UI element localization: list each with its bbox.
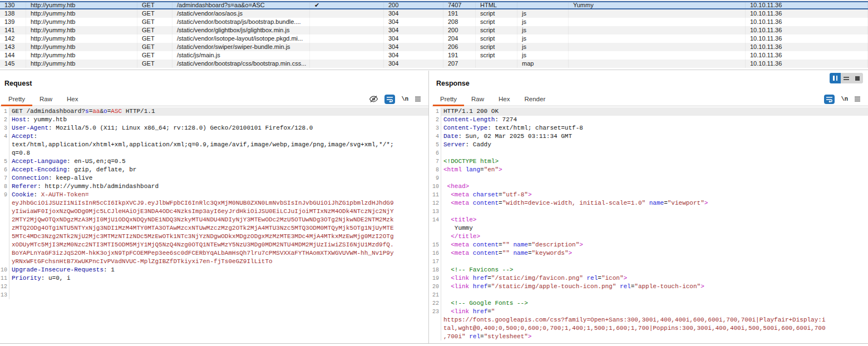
code-line: https://fonts.googleapis.com/css?family=… [432,316,868,324]
table-cell-mime: HTML [476,2,517,8]
table-cell-mime: script [476,26,517,34]
table-cell-url: /static/vendor/glightbox/js/glightbox.mi… [172,26,310,34]
code-line: 3Content-Type: text/html; charset=utf-8 [432,124,868,132]
table-cell-url: /static/vendor/isotope-layout/isotope.pk… [172,34,310,43]
code-line: 3User-Agent: Mozilla/5.0 (X11; Linux x86… [0,124,428,132]
table-cell-method: GET [137,51,172,60]
word-wrap-icon[interactable] [384,95,395,104]
tab-raw[interactable]: Raw [32,92,60,106]
menu-icon[interactable] [415,96,421,102]
line-number: 19 [432,274,441,283]
table-cell-status: 304 [384,9,443,18]
table-cell-length: 208 [443,18,476,26]
code-line: BoYAPLnYaGF3izJqS2OM-hkK3ojxN9TpFCOEMPep… [0,249,428,258]
tab-hex[interactable]: Hex [60,92,85,106]
eye-slash-icon[interactable] [369,95,378,103]
response-panel-title: Response [436,80,470,87]
code-line: 14 <title> [432,216,868,224]
code-line: 12 [0,283,428,291]
table-cell-host: http://yummy.htb [26,43,137,51]
tab-raw[interactable]: Raw [464,92,491,106]
line-number: 21 [432,291,441,299]
line-number: 3 [0,124,9,132]
nonprintable-chars-icon[interactable]: \n [401,96,408,102]
word-wrap-icon[interactable] [824,95,835,104]
line-number: 13 [0,291,9,299]
code-line: 8<html lang="en"> [432,166,868,174]
table-cell-host: http://yummy.htb [26,26,137,34]
table-cell-host: http://yummy.htb [26,34,137,43]
table-cell-num: 142 [0,34,26,43]
code-line: 1HTTP/1.1 200 OK [432,107,868,116]
nonprintable-chars-icon[interactable]: \n [841,96,848,102]
table-row[interactable]: 130http://yummy.htbGET/admindashboard?s=… [0,1,868,9]
line-number: 9 [432,174,441,182]
table-row[interactable]: 144http://yummy.htbGET/static/js/main.js… [0,51,868,60]
table-cell-params [310,60,384,68]
table-row[interactable]: 143http://yummy.htbGET/static/vendor/swi… [0,43,868,51]
table-cell-method: GET [137,26,172,34]
table-row[interactable]: 141http://yummy.htbGET/static/vendor/gli… [0,26,868,34]
table-cell-url: /static/vendor/swiper/swiper-bundle.min.… [172,43,310,51]
table-cell-status: 304 [384,26,443,34]
table-cell-num: 143 [0,43,26,51]
line-number [0,249,9,258]
layout-columns-icon[interactable] [830,73,841,83]
table-cell-title [569,43,746,51]
panel-splitter[interactable] [428,71,429,343]
code-line: 15 <meta content="" name="description"> [432,241,868,249]
line-number: 5 [0,157,9,166]
tab-hex[interactable]: Hex [491,92,517,106]
code-line: xODUyMTc5MjI3MzM0Nzc2NTI3MTI5ODM5MjY1MjQ… [0,241,428,249]
table-row[interactable]: 139http://yummy.htbGET/static/vendor/boo… [0,18,868,26]
menu-icon[interactable] [854,96,861,102]
line-number: 14 [432,216,441,224]
code-line: 9 [432,174,868,182]
table-cell-ext: map [517,60,569,68]
table-row[interactable]: 138http://yummy.htbGET/static/vendor/aos… [0,9,868,18]
code-line: 10Upgrade-Insecure-Requests: 1 [0,266,428,274]
code-line: 16 <meta content="" name="keywords"> [432,249,868,258]
table-cell-length: 191 [443,51,476,60]
table-cell-title [569,60,746,68]
table-cell-num: 130 [0,2,26,8]
code-line: eyJhbGciOiJSUzI1NiIsInR5cCI6IkpXVCJ9.eyJ… [0,199,428,207]
tab-render[interactable]: Render [517,92,553,106]
line-number [0,207,9,216]
line-number: 15 [432,241,441,249]
code-line: </title> [432,233,868,241]
table-cell-method: GET [137,18,172,26]
line-number: 1 [432,107,441,116]
line-number: 13 [432,207,441,216]
code-line: 22 <!-- Google Fonts --> [432,299,868,308]
line-number: 12 [0,283,9,291]
table-cell-length: 207 [443,60,476,68]
response-editor[interactable]: 1HTTP/1.1 200 OK2Content-Length: 72743Co… [432,106,868,340]
code-line: 11Priority: u=0, i [0,274,428,283]
line-number: 3 [432,124,441,132]
table-cell-url: /admindashboard?s=aa&o=ASC [172,2,310,8]
table-cell-params [310,43,384,51]
code-line: 2MTY2MjQwOTQxNDgzMzA3MjI0MjU1ODQxNDQyNDE… [0,216,428,224]
table-cell-mime [476,60,517,68]
table-cell-ip: 10.10.11.36 [746,18,868,26]
response-tabs: PrettyRawHexRender [432,92,868,106]
line-number: 8 [0,182,9,191]
layout-rows-icon[interactable] [841,73,852,83]
line-number [0,241,9,249]
layout-single-icon[interactable] [852,73,863,83]
line-number: 7 [0,174,9,182]
table-cell-host: http://yummy.htb [26,51,137,60]
table-cell-host: http://yummy.htb [26,9,137,18]
http-history-table: 130http://yummy.htbGET/admindashboard?s=… [0,0,868,68]
tab-pretty[interactable]: Pretty [433,92,464,106]
code-line: 17 [432,258,868,266]
table-row[interactable]: 142http://yummy.htbGET/static/vendor/iso… [0,34,868,43]
line-number: 11 [0,274,9,283]
request-editor[interactable]: 1GET /admindashboard?s=aa&o=ASC HTTP/1.1… [0,106,428,340]
tab-pretty[interactable]: Pretty [1,92,32,106]
table-cell-mime: script [476,51,517,60]
table-row[interactable]: 145http://yummy.htbGET/static/vendor/boo… [0,60,868,68]
table-cell-title [569,51,746,60]
table-cell-mime: script [476,9,517,18]
